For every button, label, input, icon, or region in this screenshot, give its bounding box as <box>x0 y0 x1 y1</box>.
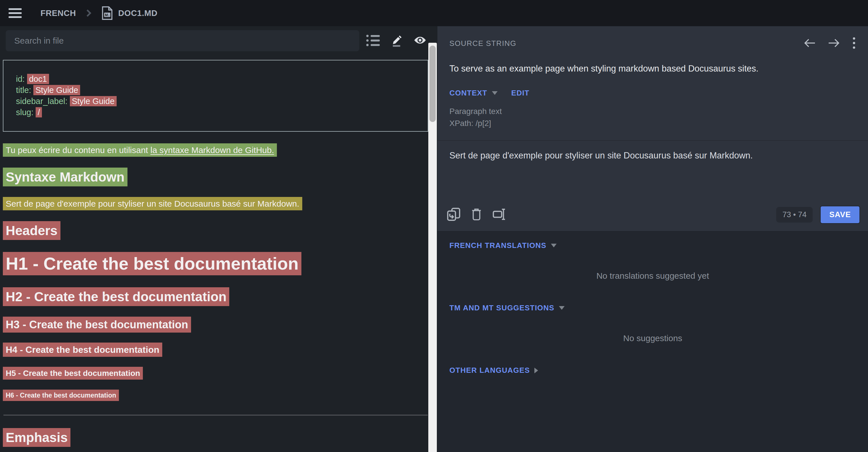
h4-sample: H4 - Create the best documentation <box>3 345 432 355</box>
frontmatter-line: id: doc1 <box>16 73 425 85</box>
scrollbar-thumb[interactable] <box>429 45 436 122</box>
h6-sample: H6 - Create the best documentation <box>3 392 432 399</box>
document-content: id: doc1 title: Style Guide sidebar_labe… <box>0 51 437 452</box>
headers-heading: Headers <box>3 223 432 238</box>
source-string-card: SOURCE STRING <box>437 26 868 231</box>
h2-sample: H2 - Create the best documentation <box>3 289 432 304</box>
translatable-string[interactable]: H6 - Create the best documentation <box>3 390 119 401</box>
hamburger-menu-icon[interactable] <box>8 8 22 18</box>
suggestions-area: FRENCH TRANSLATIONS No translations sugg… <box>437 241 868 375</box>
french-translations-toggle[interactable]: FRENCH TRANSLATIONS <box>450 241 557 250</box>
h3-sample: H3 - Create the best documentation <box>3 319 432 331</box>
delete-translation-button[interactable] <box>468 206 485 223</box>
translatable-string[interactable]: H4 - Create the best documentation <box>3 343 162 357</box>
breadcrumb-file[interactable]: DOC1.MD <box>118 8 157 18</box>
translatable-string[interactable]: Style Guide <box>70 96 117 106</box>
translatable-string[interactable]: doc1 <box>27 74 49 84</box>
source-text: To serve as an example page when styling… <box>437 64 868 74</box>
file-toolbar <box>0 26 437 51</box>
chevron-right-icon <box>534 368 538 373</box>
app-window: FRENCH M↓ DOC1.MD <box>0 0 868 452</box>
frontmatter-line: slug: / <box>16 107 425 118</box>
list-view-button[interactable] <box>364 31 383 50</box>
translatable-string[interactable]: Headers <box>3 221 60 240</box>
char-counter: 73 • 74 <box>776 207 813 223</box>
chevron-down-icon <box>551 244 557 247</box>
no-suggestions-message: No suggestions <box>450 333 856 343</box>
translatable-string[interactable]: H3 - Create the best documentation <box>3 317 191 332</box>
save-button[interactable]: SAVE <box>820 206 860 224</box>
emphasis-heading: Emphasis <box>3 430 432 445</box>
translatable-string[interactable]: H2 - Create the best documentation <box>3 287 229 306</box>
translatable-string[interactable]: Tu peux écrire du contenu en utilisant l… <box>3 143 277 157</box>
other-languages-toggle[interactable]: OTHER LANGUAGES <box>450 366 538 375</box>
context-toggle[interactable]: CONTEXT <box>450 89 498 97</box>
tm-mt-section: TM AND MT SUGGESTIONS <box>450 303 856 312</box>
trash-icon <box>470 207 483 222</box>
frontmatter-key: id: <box>16 74 25 84</box>
chevron-down-icon <box>559 306 565 310</box>
back-arrow-icon <box>803 38 816 49</box>
source-string-header: SOURCE STRING <box>437 26 868 51</box>
top-bar: FRENCH M↓ DOC1.MD <box>0 0 868 26</box>
translation-panel: SOURCE STRING <box>437 26 868 452</box>
preview-mode-button[interactable] <box>411 31 429 50</box>
markdown-syntax-link[interactable]: la syntaxe Markdown de GitHub. <box>151 146 274 155</box>
frontmatter-key: sidebar_label: <box>16 97 68 106</box>
syntax-heading: Syntaxe Markdown <box>3 169 432 185</box>
insert-tag-button[interactable] <box>491 206 507 223</box>
no-translations-message: No translations suggested yet <box>450 271 856 281</box>
eye-icon <box>413 34 427 48</box>
svg-text:M↓: M↓ <box>105 13 110 17</box>
selected-translatable-string[interactable]: Sert de page d'exemple pour styliser un … <box>3 197 302 210</box>
horizontal-rule <box>3 415 428 416</box>
edit-context-button[interactable]: EDIT <box>511 89 529 97</box>
text-cursor-icon <box>492 207 506 222</box>
copy-source-icon <box>446 207 461 222</box>
intro-paragraph: Tu peux écrire du contenu en utilisant l… <box>3 146 432 155</box>
context-xpath: XPath: /p[2] <box>450 118 856 129</box>
markdown-file-icon: M↓ <box>101 6 113 20</box>
copy-source-button[interactable] <box>445 206 462 223</box>
frontmatter-line: title: Style Guide <box>16 85 425 96</box>
string-navigation <box>803 36 856 51</box>
context-info: Paragraph text XPath: /p[2] <box>437 105 868 129</box>
forward-arrow-icon <box>828 38 841 49</box>
more-options-button[interactable] <box>852 36 856 51</box>
tm-mt-suggestions-toggle[interactable]: TM AND MT SUGGESTIONS <box>450 303 565 312</box>
frontmatter-key: slug: <box>16 108 33 117</box>
other-languages-section: OTHER LANGUAGES <box>450 366 856 375</box>
source-string-title: SOURCE STRING <box>450 39 517 48</box>
translatable-string[interactable]: H1 - Create the best documentation <box>3 252 301 275</box>
h5-sample: H5 - Create the best documentation <box>3 369 432 378</box>
context-row: CONTEXT EDIT <box>437 89 868 97</box>
translation-input[interactable]: Sert de page d'exemple pour styliser un … <box>437 141 868 175</box>
kebab-menu-icon <box>852 36 856 51</box>
frontmatter-line: sidebar_label: Style Guide <box>16 96 425 107</box>
translation-toolbar: 73 • 74 SAVE <box>445 206 860 224</box>
translatable-string[interactable]: Style Guide <box>33 85 80 95</box>
pencil-icon <box>390 34 403 48</box>
chevron-down-icon <box>492 91 498 95</box>
h1-sample: H1 - Create the best documentation <box>3 254 432 273</box>
previous-string-button[interactable] <box>803 38 816 49</box>
breadcrumb: FRENCH M↓ DOC1.MD <box>40 6 157 20</box>
file-editor-panel: id: doc1 title: Style Guide sidebar_labe… <box>0 26 437 452</box>
list-icon <box>365 33 381 49</box>
breadcrumb-chevron-icon <box>86 9 92 18</box>
translatable-string[interactable]: Emphasis <box>3 428 70 447</box>
next-string-button[interactable] <box>828 38 841 49</box>
french-translations-section: FRENCH TRANSLATIONS <box>450 241 856 250</box>
context-type: Paragraph text <box>450 105 856 118</box>
scrollbar-track[interactable] <box>428 43 437 452</box>
frontmatter-block: id: doc1 title: Style Guide sidebar_labe… <box>3 60 428 132</box>
breadcrumb-project[interactable]: FRENCH <box>40 8 76 18</box>
translatable-string[interactable]: H5 - Create the best documentation <box>3 367 143 380</box>
translatable-string[interactable]: Syntaxe Markdown <box>3 168 127 186</box>
selected-paragraph: Sert de page d'exemple pour styliser un … <box>3 199 432 208</box>
search-input[interactable] <box>6 30 359 51</box>
frontmatter-key: title: <box>16 86 31 95</box>
edit-mode-button[interactable] <box>387 31 406 50</box>
translatable-string[interactable]: / <box>36 107 42 118</box>
